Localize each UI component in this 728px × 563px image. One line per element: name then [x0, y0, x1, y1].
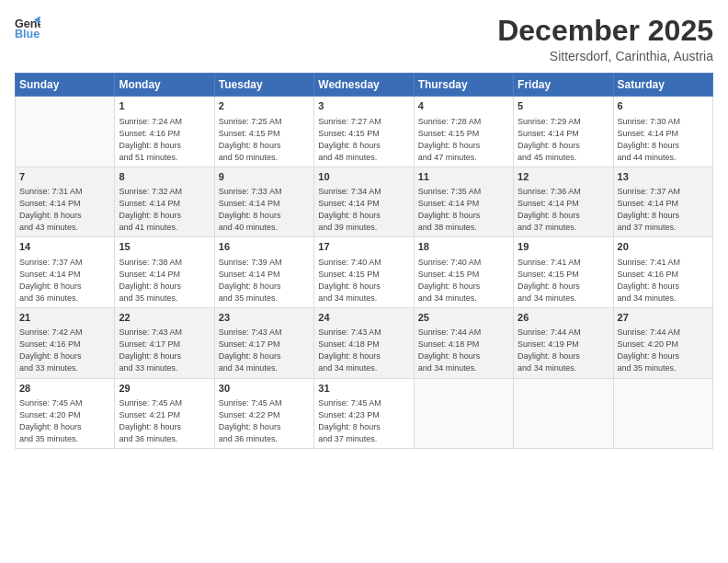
day-number: 19	[518, 240, 609, 254]
day-info: Sunrise: 7:44 AMSunset: 4:19 PMDaylight:…	[518, 327, 609, 374]
day-number: 30	[219, 382, 310, 396]
calendar-header-row: Sunday Monday Tuesday Wednesday Thursday…	[16, 74, 713, 97]
day-number: 26	[518, 311, 609, 325]
day-info: Sunrise: 7:44 AMSunset: 4:20 PMDaylight:…	[618, 327, 709, 374]
calendar-cell: 29Sunrise: 7:45 AMSunset: 4:21 PMDayligh…	[115, 378, 214, 449]
day-number: 17	[318, 240, 409, 254]
day-number: 31	[318, 382, 409, 396]
day-info: Sunrise: 7:29 AMSunset: 4:14 PMDaylight:…	[518, 116, 609, 164]
calendar-week-row: 28Sunrise: 7:45 AMSunset: 4:20 PMDayligh…	[16, 378, 713, 449]
calendar-cell: 16Sunrise: 7:39 AMSunset: 4:14 PMDayligh…	[214, 237, 313, 308]
day-number: 22	[119, 311, 210, 325]
day-info: Sunrise: 7:33 AMSunset: 4:14 PMDaylight:…	[219, 186, 310, 234]
col-saturday: Saturday	[613, 74, 712, 97]
calendar-cell: 8Sunrise: 7:32 AMSunset: 4:14 PMDaylight…	[115, 167, 214, 237]
day-info: Sunrise: 7:37 AMSunset: 4:14 PMDaylight:…	[19, 257, 110, 304]
calendar-cell: 19Sunrise: 7:41 AMSunset: 4:15 PMDayligh…	[514, 237, 613, 308]
day-info: Sunrise: 7:43 AMSunset: 4:18 PMDaylight:…	[318, 327, 409, 374]
logo-icon: General Blue	[15, 15, 40, 40]
col-sunday: Sunday	[16, 74, 115, 97]
calendar-cell: 6Sunrise: 7:30 AMSunset: 4:14 PMDaylight…	[613, 97, 712, 167]
day-number: 16	[219, 240, 310, 254]
day-number: 18	[418, 240, 509, 254]
day-info: Sunrise: 7:41 AMSunset: 4:16 PMDaylight:…	[618, 257, 709, 304]
day-info: Sunrise: 7:30 AMSunset: 4:14 PMDaylight:…	[618, 116, 709, 164]
day-info: Sunrise: 7:45 AMSunset: 4:20 PMDaylight:…	[19, 397, 110, 445]
calendar-cell: 4Sunrise: 7:28 AMSunset: 4:15 PMDaylight…	[414, 97, 513, 167]
day-number: 24	[318, 311, 409, 325]
calendar-cell	[414, 378, 513, 449]
day-number: 27	[618, 311, 709, 325]
day-number: 29	[119, 382, 210, 396]
title-block: December 2025 Sittersdorf, Carinthia, Au…	[497, 15, 713, 63]
day-info: Sunrise: 7:43 AMSunset: 4:17 PMDaylight:…	[119, 327, 210, 374]
day-info: Sunrise: 7:43 AMSunset: 4:17 PMDaylight:…	[219, 327, 310, 374]
day-number: 21	[19, 311, 110, 325]
day-info: Sunrise: 7:27 AMSunset: 4:15 PMDaylight:…	[318, 116, 409, 164]
calendar-cell: 28Sunrise: 7:45 AMSunset: 4:20 PMDayligh…	[16, 378, 115, 449]
day-number: 28	[19, 382, 110, 396]
day-number: 15	[119, 240, 210, 254]
calendar-cell: 1Sunrise: 7:24 AMSunset: 4:16 PMDaylight…	[115, 97, 214, 167]
calendar-cell: 5Sunrise: 7:29 AMSunset: 4:14 PMDaylight…	[514, 97, 613, 167]
calendar-cell: 17Sunrise: 7:40 AMSunset: 4:15 PMDayligh…	[314, 237, 414, 308]
calendar-cell: 23Sunrise: 7:43 AMSunset: 4:17 PMDayligh…	[214, 307, 313, 378]
day-number: 11	[418, 170, 509, 184]
day-info: Sunrise: 7:38 AMSunset: 4:14 PMDaylight:…	[119, 257, 210, 304]
col-monday: Monday	[115, 74, 214, 97]
day-number: 8	[119, 170, 210, 184]
header: General Blue December 2025 Sittersdorf, …	[15, 15, 713, 63]
day-number: 6	[618, 99, 709, 113]
day-info: Sunrise: 7:44 AMSunset: 4:18 PMDaylight:…	[418, 327, 509, 374]
calendar-cell: 27Sunrise: 7:44 AMSunset: 4:20 PMDayligh…	[613, 307, 712, 378]
day-number: 14	[19, 240, 110, 254]
day-number: 9	[219, 170, 310, 184]
calendar-cell: 22Sunrise: 7:43 AMSunset: 4:17 PMDayligh…	[115, 307, 214, 378]
day-info: Sunrise: 7:45 AMSunset: 4:23 PMDaylight:…	[318, 397, 409, 445]
calendar-week-row: 14Sunrise: 7:37 AMSunset: 4:14 PMDayligh…	[16, 237, 713, 308]
day-info: Sunrise: 7:34 AMSunset: 4:14 PMDaylight:…	[318, 186, 409, 234]
day-info: Sunrise: 7:25 AMSunset: 4:15 PMDaylight:…	[219, 116, 310, 164]
calendar-cell: 30Sunrise: 7:45 AMSunset: 4:22 PMDayligh…	[214, 378, 313, 449]
day-info: Sunrise: 7:39 AMSunset: 4:14 PMDaylight:…	[219, 257, 310, 304]
day-number: 12	[518, 170, 609, 184]
calendar-cell: 20Sunrise: 7:41 AMSunset: 4:16 PMDayligh…	[613, 237, 712, 308]
calendar-cell: 9Sunrise: 7:33 AMSunset: 4:14 PMDaylight…	[214, 167, 313, 237]
day-info: Sunrise: 7:42 AMSunset: 4:16 PMDaylight:…	[19, 327, 110, 374]
calendar-cell	[16, 97, 115, 167]
calendar-cell: 15Sunrise: 7:38 AMSunset: 4:14 PMDayligh…	[115, 237, 214, 308]
day-number: 10	[318, 170, 409, 184]
day-info: Sunrise: 7:40 AMSunset: 4:15 PMDaylight:…	[418, 257, 509, 304]
calendar-cell: 13Sunrise: 7:37 AMSunset: 4:14 PMDayligh…	[613, 167, 712, 237]
day-number: 7	[19, 170, 110, 184]
calendar-week-row: 7Sunrise: 7:31 AMSunset: 4:14 PMDaylight…	[16, 167, 713, 237]
col-friday: Friday	[514, 74, 613, 97]
day-number: 2	[219, 99, 310, 113]
day-number: 23	[219, 311, 310, 325]
day-number: 20	[618, 240, 709, 254]
day-info: Sunrise: 7:36 AMSunset: 4:14 PMDaylight:…	[518, 186, 609, 234]
calendar-cell: 26Sunrise: 7:44 AMSunset: 4:19 PMDayligh…	[514, 307, 613, 378]
logo: General Blue	[15, 15, 40, 40]
day-info: Sunrise: 7:31 AMSunset: 4:14 PMDaylight:…	[19, 186, 110, 234]
day-number: 5	[518, 99, 609, 113]
calendar-week-row: 21Sunrise: 7:42 AMSunset: 4:16 PMDayligh…	[16, 307, 713, 378]
day-info: Sunrise: 7:45 AMSunset: 4:21 PMDaylight:…	[119, 397, 210, 445]
calendar-cell: 11Sunrise: 7:35 AMSunset: 4:14 PMDayligh…	[414, 167, 513, 237]
day-info: Sunrise: 7:35 AMSunset: 4:14 PMDaylight:…	[418, 186, 509, 234]
col-thursday: Thursday	[414, 74, 513, 97]
day-number: 25	[418, 311, 509, 325]
location-subtitle: Sittersdorf, Carinthia, Austria	[497, 49, 713, 63]
calendar-cell: 14Sunrise: 7:37 AMSunset: 4:14 PMDayligh…	[16, 237, 115, 308]
calendar-table: Sunday Monday Tuesday Wednesday Thursday…	[15, 73, 713, 449]
day-info: Sunrise: 7:37 AMSunset: 4:14 PMDaylight:…	[618, 186, 709, 234]
col-wednesday: Wednesday	[314, 74, 414, 97]
day-number: 3	[318, 99, 409, 113]
day-info: Sunrise: 7:40 AMSunset: 4:15 PMDaylight:…	[318, 257, 409, 304]
calendar-cell: 18Sunrise: 7:40 AMSunset: 4:15 PMDayligh…	[414, 237, 513, 308]
calendar-cell: 21Sunrise: 7:42 AMSunset: 4:16 PMDayligh…	[16, 307, 115, 378]
calendar-cell	[514, 378, 613, 449]
day-number: 13	[618, 170, 709, 184]
calendar-week-row: 1Sunrise: 7:24 AMSunset: 4:16 PMDaylight…	[16, 97, 713, 167]
day-info: Sunrise: 7:32 AMSunset: 4:14 PMDaylight:…	[119, 186, 210, 234]
